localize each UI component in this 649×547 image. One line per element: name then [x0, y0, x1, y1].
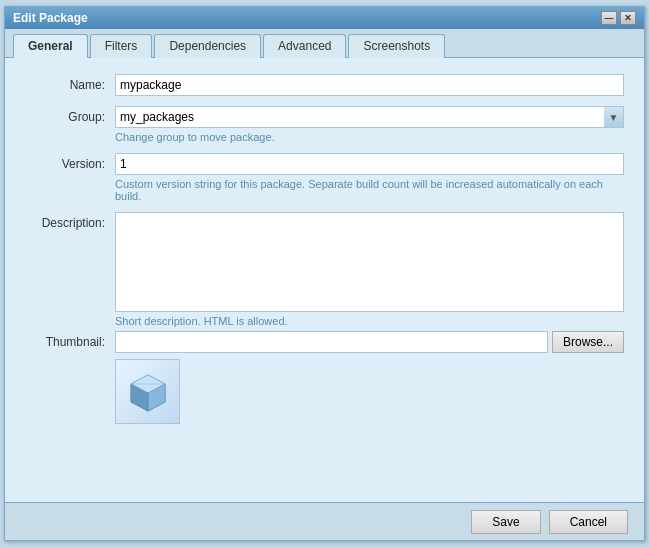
save-button[interactable]: Save — [471, 510, 540, 534]
version-field: Custom version string for this package. … — [115, 153, 624, 202]
version-hint: Custom version string for this package. … — [115, 178, 624, 202]
group-field: my_packages ▼ Change group to move packa… — [115, 106, 624, 143]
cancel-button[interactable]: Cancel — [549, 510, 628, 534]
thumbnail-label: Thumbnail: — [25, 331, 115, 349]
thumbnail-row: Thumbnail: Browse... — [25, 331, 624, 424]
close-button[interactable]: ✕ — [620, 11, 636, 25]
tab-dependencies[interactable]: Dependencies — [154, 34, 261, 58]
group-select[interactable]: my_packages — [115, 106, 624, 128]
version-label: Version: — [25, 153, 115, 171]
tab-general[interactable]: General — [13, 34, 88, 58]
name-row: Name: — [25, 74, 624, 96]
version-row: Version: Custom version string for this … — [25, 153, 624, 202]
package-thumbnail-icon — [123, 367, 173, 417]
tab-advanced[interactable]: Advanced — [263, 34, 346, 58]
window-title: Edit Package — [13, 11, 88, 25]
group-hint: Change group to move package. — [115, 131, 624, 143]
name-label: Name: — [25, 74, 115, 92]
thumbnail-preview — [115, 359, 180, 424]
thumbnail-field: Browse... — [115, 331, 624, 424]
thumbnail-input-row: Browse... — [115, 331, 624, 353]
title-bar: Edit Package — ✕ — [5, 7, 644, 29]
version-input[interactable] — [115, 153, 624, 175]
name-input[interactable] — [115, 74, 624, 96]
tab-filters[interactable]: Filters — [90, 34, 153, 58]
main-content: Name: Group: my_packages ▼ Change group … — [5, 58, 644, 502]
window-controls: — ✕ — [601, 11, 636, 25]
group-select-wrapper: my_packages ▼ — [115, 106, 624, 128]
description-label: Description: — [25, 212, 115, 230]
footer: Save Cancel — [5, 502, 644, 540]
group-row: Group: my_packages ▼ Change group to mov… — [25, 106, 624, 143]
description-field: Short description. HTML is allowed. — [115, 212, 624, 327]
edit-package-window: Edit Package — ✕ General Filters Depende… — [4, 6, 645, 541]
group-label: Group: — [25, 106, 115, 124]
thumbnail-input[interactable] — [115, 331, 548, 353]
description-textarea[interactable] — [115, 212, 624, 312]
minimize-button[interactable]: — — [601, 11, 617, 25]
tab-screenshots[interactable]: Screenshots — [348, 34, 445, 58]
description-row: Description: Short description. HTML is … — [25, 212, 624, 327]
description-hint: Short description. HTML is allowed. — [115, 315, 624, 327]
name-field — [115, 74, 624, 96]
tabs-bar: General Filters Dependencies Advanced Sc… — [5, 29, 644, 58]
browse-button[interactable]: Browse... — [552, 331, 624, 353]
